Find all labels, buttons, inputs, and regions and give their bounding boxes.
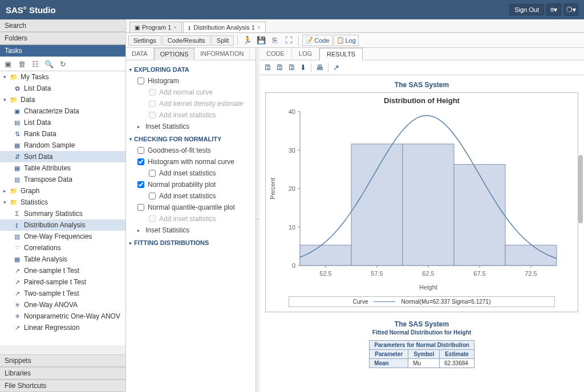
search-icon[interactable]: 🔍: [44, 59, 54, 68]
subtab-data[interactable]: DATA: [126, 48, 154, 60]
node-transpose[interactable]: ▥Transpose Data: [0, 174, 125, 185]
properties-icon[interactable]: ☷: [31, 59, 40, 68]
sas-system-title-2: The SAS System: [265, 320, 578, 328]
newwindow-icon[interactable]: ↗: [333, 63, 339, 72]
subtab-information[interactable]: INFORMATION: [194, 48, 250, 60]
node-rank[interactable]: ⇅Rank Data: [0, 128, 125, 140]
scrollbar-thumb[interactable]: [578, 155, 583, 223]
saveas-icon[interactable]: ⎘: [269, 35, 281, 46]
delete-icon[interactable]: 🗑: [17, 59, 26, 68]
rtf-icon[interactable]: 🖺: [288, 63, 295, 72]
node-linreg[interactable]: ↗Linear Regression: [0, 322, 125, 333]
split-button[interactable]: Split: [212, 35, 234, 46]
group-normality[interactable]: ▾CHECKING FOR NORMALITY: [129, 132, 252, 145]
panel-tasks[interactable]: Tasks: [0, 44, 125, 57]
tree-hscroll[interactable]: [0, 345, 125, 354]
expand-icon[interactable]: ⛶: [282, 35, 295, 46]
close-icon[interactable]: ×: [173, 24, 177, 31]
chk-histogram[interactable]: Histogram: [129, 75, 252, 87]
chart-svg: 01020304052.557.562.567.572.5HeightPerce…: [266, 106, 568, 294]
panel-folders[interactable]: Folders: [0, 32, 125, 44]
settings-button[interactable]: Settings: [128, 35, 161, 46]
chk-add-inset-1: Add inset statistics: [129, 109, 252, 121]
title-bar: SAS® Studio Sign Out ≡▾ ❍▾: [0, 0, 584, 19]
close-icon[interactable]: ×: [257, 24, 261, 31]
save-icon[interactable]: 💾: [255, 35, 267, 46]
triangle-down-icon: ▾: [129, 137, 132, 142]
chk-add-inset-2[interactable]: Add inset statistics: [129, 168, 252, 179]
task-toolbar: Settings Code/Results Split 🏃 💾 ⎘ ⛶ 📝Cod…: [126, 33, 584, 48]
help-icon[interactable]: ❍▾: [563, 3, 578, 16]
program-icon: ▣: [135, 24, 140, 31]
svg-rect-27: [454, 164, 505, 266]
node-graph[interactable]: ▸📁Graph: [0, 185, 125, 197]
node-data[interactable]: ▾📁Data: [0, 94, 125, 105]
results-body[interactable]: The SAS System Distribution of Height 01…: [259, 75, 584, 392]
tab-distribution-1[interactable]: ⫿Distribution Analysis 1×: [183, 22, 265, 32]
print-icon[interactable]: 🖶: [316, 63, 323, 72]
node-list-data-2[interactable]: ▤List Data: [0, 117, 125, 128]
refresh-icon[interactable]: ↻: [58, 59, 67, 68]
panel-search[interactable]: Search: [0, 19, 125, 32]
panel-snippets[interactable]: Snippets: [0, 354, 125, 367]
group-exploring[interactable]: ▾EXPLORING DATA: [129, 63, 252, 75]
chk-npp[interactable]: Normal probability plot: [129, 179, 252, 190]
svg-text:72.5: 72.5: [525, 270, 537, 277]
node-oneway[interactable]: ▥One-Way Frequencies: [0, 231, 125, 242]
run-icon[interactable]: 🏃: [241, 35, 254, 46]
pdf-icon[interactable]: 🖺: [276, 63, 283, 72]
node-tableattr[interactable]: ▦Table Attributes: [0, 162, 125, 174]
chk-hist-normal[interactable]: Histogram with normal curve: [129, 156, 252, 168]
node-corr[interactable]: ∵Correlations: [0, 242, 125, 254]
edit-log-button[interactable]: 📋Log: [334, 35, 359, 46]
subtab-log[interactable]: LOG: [292, 48, 319, 60]
node-twot[interactable]: ↗Two-sample t Test: [0, 288, 125, 299]
edit-code-button[interactable]: 📝Code: [302, 35, 332, 46]
menu-icon[interactable]: ≡▾: [546, 3, 561, 16]
tab-program-1[interactable]: ▣Program 1×: [129, 22, 182, 32]
node-summary[interactable]: ΣSummary Statistics: [0, 208, 125, 219]
expand-icon[interactable]: ▣: [3, 59, 13, 68]
html-icon[interactable]: 🖺: [264, 63, 271, 72]
svg-text:30: 30: [289, 147, 295, 154]
node-pairedt[interactable]: ↗Paired-sample t Test: [0, 276, 125, 288]
chart-icon: ⫿: [188, 24, 191, 31]
col-symbol: Symbol: [408, 350, 440, 359]
svg-text:Height: Height: [419, 284, 437, 291]
subtab-options[interactable]: OPTIONS: [154, 48, 195, 60]
chk-qq[interactable]: Normal quantile-quantile plot: [129, 202, 252, 213]
node-my-tasks[interactable]: ▾📁My Tasks: [0, 71, 125, 83]
group-fitting[interactable]: ▸FITTING DISTRIBUTIONS: [129, 236, 252, 248]
node-anova[interactable]: ✳One-Way ANOVA: [0, 299, 125, 311]
subtab-code[interactable]: CODE: [259, 48, 292, 60]
svg-text:52.5: 52.5: [319, 270, 331, 277]
node-characterize[interactable]: ▣Characterize Data: [0, 105, 125, 117]
task-settings-panel: DATA OPTIONS INFORMATION ▾EXPLORING DATA…: [126, 48, 256, 392]
group-inset-2[interactable]: ▸Inset Statistics: [129, 224, 252, 236]
node-list-data-1[interactable]: ✿List Data: [0, 83, 125, 94]
download-icon[interactable]: ⬇: [300, 63, 306, 72]
sign-out-button[interactable]: Sign Out: [509, 4, 544, 15]
node-statistics[interactable]: ▾📁Statistics: [0, 197, 125, 208]
node-sort[interactable]: ⇵Sort Data: [0, 151, 125, 162]
svg-rect-25: [351, 144, 403, 266]
separator: [328, 63, 328, 72]
options-list: ▾EXPLORING DATA Histogram Add normal cur…: [126, 60, 256, 392]
node-random[interactable]: ▦Random Sample: [0, 140, 125, 151]
chk-gof[interactable]: Goodness-of-fit tests: [129, 145, 252, 156]
node-dist[interactable]: ⫿Distribution Analysis: [0, 219, 125, 231]
node-npanova[interactable]: ✳Nonparametric One-Way ANOV: [0, 311, 125, 322]
svg-text:57.5: 57.5: [371, 270, 383, 277]
chart-legend: Curve Normal(Mu=62.337 Sigma=5.1271): [289, 296, 555, 307]
svg-text:0: 0: [292, 262, 295, 269]
panel-libraries[interactable]: Libraries: [0, 367, 125, 379]
node-tableanal[interactable]: ▦Table Analysis: [0, 254, 125, 265]
node-onet[interactable]: ↗One-sample t Test: [0, 265, 125, 276]
chk-add-inset-3[interactable]: Add inset statistics: [129, 190, 252, 202]
subtab-results[interactable]: RESULTS: [319, 48, 363, 60]
coderesults-button[interactable]: Code/Results: [163, 35, 210, 46]
group-inset-1[interactable]: ▸Inset Statistics: [129, 121, 252, 132]
triangle-right-icon: ▸: [129, 240, 132, 246]
panel-fileshortcuts[interactable]: File Shortcuts: [0, 379, 125, 392]
triangle-right-icon: ▸: [137, 228, 140, 233]
